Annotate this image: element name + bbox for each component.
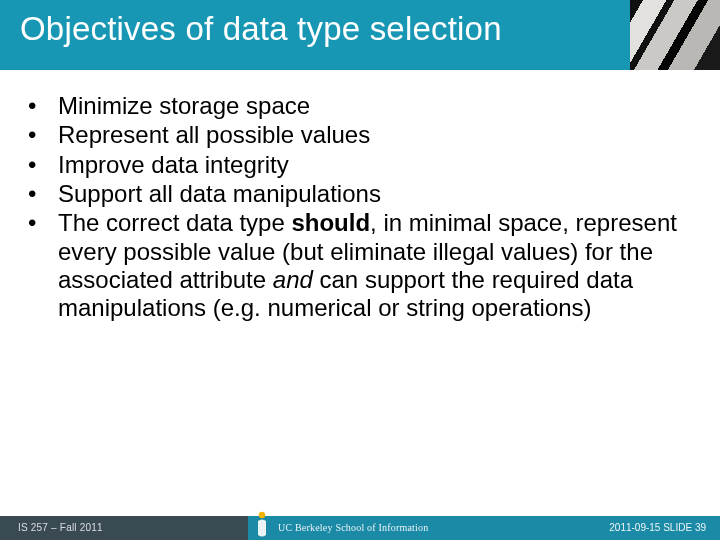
bullet-text: Improve data integrity [58,151,289,178]
bullet-text-italic: and [273,266,313,293]
bullet-item: Minimize storage space [28,92,692,120]
bullet-text: Support all data manipulations [58,180,381,207]
bullet-item: Improve data integrity [28,151,692,179]
bullet-text: Represent all possible values [58,121,370,148]
corner-photo [630,0,720,70]
bullet-text-bold: should [291,209,370,236]
footer-logo: UC Berkeley School of Information [252,509,428,537]
footer-logo-text: UC Berkeley School of Information [278,522,428,537]
bullet-text: Minimize storage space [58,92,310,119]
bullet-text-part: The correct data type [58,209,291,236]
bullet-item: The correct data type should, in minimal… [28,209,692,322]
bullet-item: Represent all possible values [28,121,692,149]
slide-title: Objectives of data type selection [20,10,502,48]
bullet-list: Minimize storage space Represent all pos… [28,92,692,323]
footer: IS 257 – Fall 2011 2011-09-15 SLIDE 39 U… [0,516,720,540]
svg-point-0 [259,512,265,518]
slide-body: Minimize storage space Represent all pos… [28,92,692,324]
bullet-item: Support all data manipulations [28,180,692,208]
footer-left: IS 257 – Fall 2011 [0,516,248,540]
slide: Objectives of data type selection Minimi… [0,0,720,540]
berkeley-i-logo-icon [252,511,272,537]
